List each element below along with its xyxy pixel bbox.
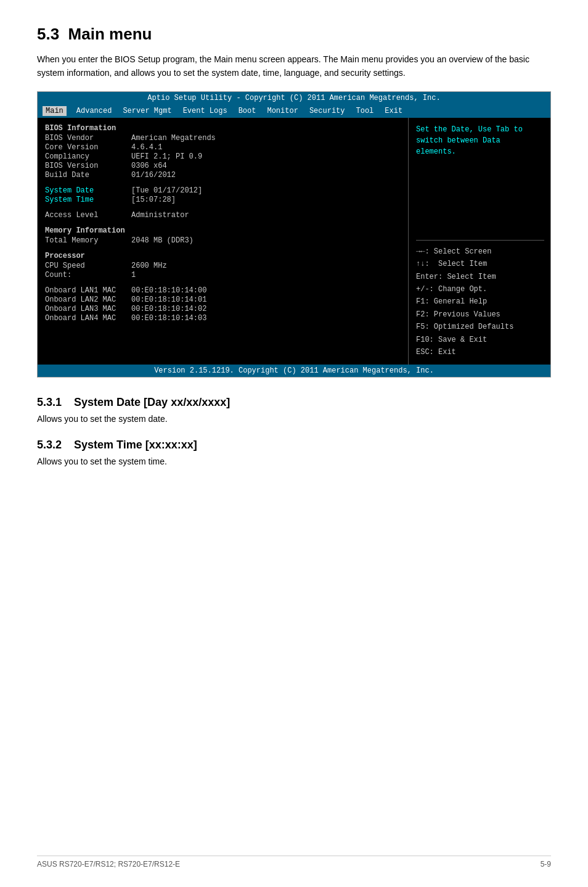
bios-version-value: 0306 x64 [131, 162, 167, 170]
bios-lan1-label: Onboard LAN1 MAC [45, 286, 131, 295]
bios-screenshot: Aptio Setup Utility - Copyright (C) 2011… [37, 91, 551, 378]
subsection-531-title: 5.3.1 System Date [Day xx/xx/xxxx] [37, 396, 551, 409]
bios-cpuspeed-row: CPU Speed 2600 MHz [45, 262, 402, 270]
bios-menu-advanced: Advanced [75, 106, 113, 116]
bios-coreversion-label: Core Version [45, 143, 131, 152]
subsection-532-text: Allows you to set the system time. [37, 456, 551, 466]
bios-compliancy-row: Compliancy UEFI 2.1; PI 0.9 [45, 152, 402, 161]
bios-menu-server: Server Mgmt [121, 106, 173, 116]
bios-vendor-label: BIOS Vendor [45, 134, 131, 142]
footer-left: ASUS RS720-E7/RS12; RS720-E7/RS12-E [37, 860, 180, 868]
bios-key-f5: F5: Optimized Defaults [416, 321, 544, 333]
bios-key-enter: Enter: Select Item [416, 271, 544, 283]
bios-totalmem-value: 2048 MB (DDR3) [131, 236, 194, 245]
bios-version-label: BIOS Version [45, 162, 131, 170]
bios-menu-active: Main [43, 106, 67, 116]
section-title: 5.3 Main menu [37, 25, 551, 44]
bios-builddate-label: Build Date [45, 171, 131, 179]
bios-lan4-row: Onboard LAN4 MAC 00:E0:18:10:14:03 [45, 314, 402, 323]
bios-content: BIOS Information BIOS Vendor American Me… [38, 118, 550, 365]
bios-accesslevel-row: Access Level Administrator [45, 211, 402, 220]
bios-lan3-label: Onboard LAN3 MAC [45, 305, 131, 313]
bios-lan3-value: 00:E0:18:10:14:02 [131, 305, 206, 313]
bios-right-panel: Set the Date, Use Tab to switch between … [409, 118, 550, 365]
bios-version-row: BIOS Version 0306 x64 [45, 162, 402, 170]
bios-menu-exit: Exit [383, 106, 404, 116]
bios-menu-security: Security [308, 106, 346, 116]
bios-lan2-label: Onboard LAN2 MAC [45, 295, 131, 304]
bios-menu-boot: Boot [237, 106, 258, 116]
bios-key-item-nav: ↑↓: Select Item [416, 258, 544, 270]
bios-menubar: Main Advanced Server Mgmt Event Logs Boo… [38, 104, 550, 118]
bios-totalmem-label: Total Memory [45, 236, 131, 245]
bios-cpuspeed-label: CPU Speed [45, 262, 131, 270]
bios-info-header: BIOS Information [45, 124, 402, 133]
bios-vendor-value: American Megatrends [131, 134, 216, 142]
bios-key-change: +/-: Change Opt. [416, 283, 544, 295]
bios-footer: Version 2.15.1219. Copyright (C) 2011 Am… [38, 365, 550, 377]
intro-paragraph: When you enter the BIOS Setup program, t… [37, 52, 551, 80]
bios-builddate-row: Build Date 01/16/2012 [45, 171, 402, 179]
bios-processor-header: Processor [45, 252, 402, 260]
bios-header: Aptio Setup Utility - Copyright (C) 2011… [38, 92, 550, 104]
bios-vendor-row: BIOS Vendor American Megatrends [45, 134, 402, 142]
bios-help-text: Set the Date, Use Tab to switch between … [416, 124, 544, 157]
bios-key-esc: ESC: Exit [416, 346, 544, 358]
bios-lan1-row: Onboard LAN1 MAC 00:E0:18:10:14:00 [45, 286, 402, 295]
bios-systime-label: System Time [45, 196, 131, 204]
bios-coreversion-row: Core Version 4.6.4.1 [45, 143, 402, 152]
bios-left-panel: BIOS Information BIOS Vendor American Me… [38, 118, 409, 365]
bios-sysdate-value: [Tue 01/17/2012] [131, 186, 202, 195]
bios-builddate-value: 01/16/2012 [131, 171, 176, 179]
bios-count-value: 1 [131, 271, 136, 279]
bios-lan3-row: Onboard LAN3 MAC 00:E0:18:10:14:02 [45, 305, 402, 313]
bios-lan4-value: 00:E0:18:10:14:03 [131, 314, 206, 323]
bios-key-f1: F1: General Help [416, 295, 544, 308]
bios-key-help: →←: Select Screen ↑↓: Select Item Enter:… [416, 245, 544, 359]
bios-key-screen: →←: Select Screen [416, 245, 544, 258]
page-footer: ASUS RS720-E7/RS12; RS720-E7/RS12-E 5-9 [37, 856, 551, 868]
bios-cpuspeed-value: 2600 MHz [131, 262, 167, 270]
bios-key-f2: F2: Previous Values [416, 308, 544, 321]
bios-count-label: Count: [45, 271, 131, 279]
bios-memory-header: Memory Information [45, 226, 402, 235]
bios-lan2-row: Onboard LAN2 MAC 00:E0:18:10:14:01 [45, 295, 402, 304]
bios-coreversion-value: 4.6.4.1 [131, 143, 162, 152]
bios-accesslevel-value: Administrator [131, 211, 189, 220]
bios-menu-eventlogs: Event Logs [182, 106, 229, 116]
bios-count-row: Count: 1 [45, 271, 402, 279]
bios-compliancy-label: Compliancy [45, 152, 131, 161]
bios-lan1-value: 00:E0:18:10:14:00 [131, 286, 206, 295]
bios-compliancy-value: UEFI 2.1; PI 0.9 [131, 152, 202, 161]
section-num: 5.3 [37, 25, 59, 43]
bios-menu-monitor: Monitor [266, 106, 299, 116]
bios-lan4-label: Onboard LAN4 MAC [45, 314, 131, 323]
footer-right: 5-9 [541, 860, 551, 868]
subsection-531-text: Allows you to set the system date. [37, 414, 551, 424]
bios-sysdate-label: System Date [45, 186, 131, 195]
bios-key-f10: F10: Save & Exit [416, 334, 544, 346]
bios-systime-value: [15:07:28] [131, 196, 176, 204]
bios-sysdate-row: System Date [Tue 01/17/2012] [45, 186, 402, 195]
section-name: Main menu [68, 25, 152, 43]
bios-totalmem-row: Total Memory 2048 MB (DDR3) [45, 236, 402, 245]
bios-accesslevel-label: Access Level [45, 211, 131, 220]
bios-menu-tool: Tool [355, 106, 375, 116]
subsection-532-title: 5.3.2 System Time [xx:xx:xx] [37, 439, 551, 452]
bios-systime-row: System Time [15:07:28] [45, 196, 402, 204]
bios-lan2-value: 00:E0:18:10:14:01 [131, 295, 206, 304]
